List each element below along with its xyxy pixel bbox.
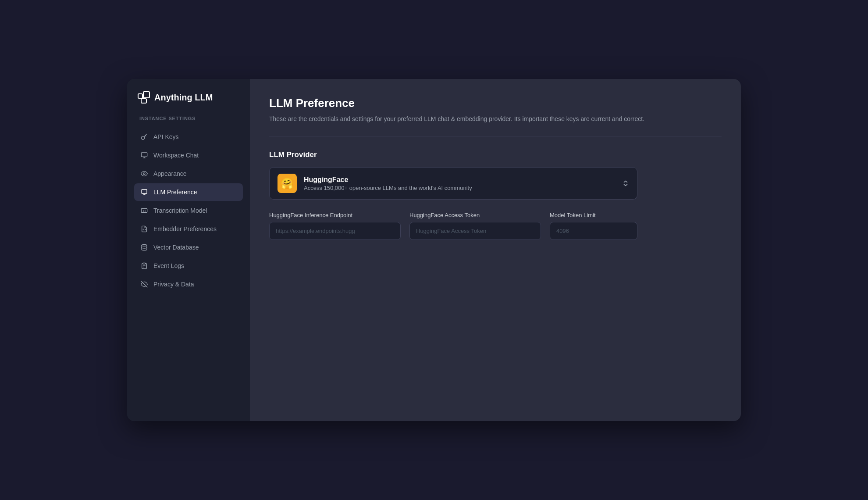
eye-icon: [140, 170, 148, 178]
field-label-endpoint: HuggingFace Inference Endpoint: [269, 212, 401, 218]
provider-name: HuggingFace: [304, 176, 472, 184]
field-label-token-limit: Model Token Limit: [550, 212, 637, 218]
app-window: Anything LLM INSTANCE SETTINGS API Keys …: [127, 79, 741, 421]
provider-info: 🤗 HuggingFace Access 150,000+ open-sourc…: [277, 174, 472, 193]
sidebar-item-embedder-preferences[interactable]: Embedder Preferences: [134, 220, 243, 238]
provider-text: HuggingFace Access 150,000+ open-source …: [304, 176, 472, 191]
app-title: Anything LLM: [154, 93, 213, 103]
sidebar: Anything LLM INSTANCE SETTINGS API Keys …: [127, 79, 250, 421]
sidebar-item-label: API Keys: [153, 133, 179, 140]
fields-row: HuggingFace Inference Endpoint HuggingFa…: [269, 212, 637, 240]
provider-section-title: LLM Provider: [269, 150, 722, 159]
sidebar-item-workspace-chat[interactable]: Workspace Chat: [134, 146, 243, 164]
section-divider: [269, 136, 722, 136]
svg-rect-6: [142, 189, 147, 193]
chevron-updown-icon: [622, 180, 629, 187]
file-code-icon: [140, 225, 148, 233]
field-label-token: HuggingFace Access Token: [409, 212, 541, 218]
provider-description: Access 150,000+ open-source LLMs and the…: [304, 185, 472, 191]
svg-point-3: [141, 136, 144, 139]
access-token-input[interactable]: [409, 222, 541, 240]
svg-rect-2: [141, 99, 146, 103]
sidebar-item-privacy-data[interactable]: Privacy & Data: [134, 275, 243, 293]
svg-rect-8: [141, 208, 147, 212]
svg-rect-1: [143, 92, 149, 98]
field-group-endpoint: HuggingFace Inference Endpoint: [269, 212, 401, 240]
svg-point-9: [142, 244, 147, 246]
clipboard-icon: [140, 262, 148, 270]
sidebar-item-appearance[interactable]: Appearance: [134, 165, 243, 182]
provider-logo: 🤗: [277, 174, 297, 193]
sidebar-item-label: Workspace Chat: [153, 152, 199, 159]
endpoint-input[interactable]: [269, 222, 401, 240]
sidebar-item-api-keys[interactable]: API Keys: [134, 128, 243, 146]
sidebar-item-event-logs[interactable]: Event Logs: [134, 257, 243, 275]
sidebar-item-label: Vector Database: [153, 244, 199, 251]
sidebar-item-vector-database[interactable]: Vector Database: [134, 239, 243, 256]
sidebar-item-llm-preference[interactable]: LLM Preference: [134, 183, 243, 201]
field-group-token: HuggingFace Access Token: [409, 212, 541, 240]
sidebar-item-label: Event Logs: [153, 262, 184, 269]
cc-icon: [140, 207, 148, 214]
svg-rect-10: [143, 263, 145, 264]
sidebar-section-label: INSTANCE SETTINGS: [134, 116, 243, 128]
svg-rect-0: [138, 94, 142, 98]
app-logo-icon: [138, 91, 150, 104]
svg-point-5: [143, 173, 145, 175]
database-icon: [140, 243, 148, 251]
provider-emoji: 🤗: [281, 177, 294, 189]
chat-icon: [140, 151, 148, 159]
sidebar-item-transcription-model[interactable]: Transcription Model: [134, 202, 243, 219]
svg-rect-4: [141, 153, 147, 157]
field-group-token-limit: Model Token Limit: [550, 212, 637, 240]
page-subtitle: These are the credentials and settings f…: [269, 114, 722, 124]
sidebar-item-label: Embedder Preferences: [153, 225, 217, 232]
provider-selector[interactable]: 🤗 HuggingFace Access 150,000+ open-sourc…: [269, 167, 637, 200]
token-limit-input[interactable]: [550, 222, 637, 240]
message-square-icon: [140, 188, 148, 196]
main-content: LLM Preference These are the credentials…: [250, 79, 741, 421]
logo-area: Anything LLM: [134, 91, 243, 116]
sidebar-item-label: Privacy & Data: [153, 281, 194, 288]
key-icon: [140, 133, 148, 141]
sidebar-item-label: LLM Preference: [153, 189, 197, 196]
sidebar-item-label: Appearance: [153, 170, 187, 177]
page-title: LLM Preference: [269, 96, 722, 110]
eye-off-icon: [140, 280, 148, 288]
sidebar-item-label: Transcription Model: [153, 207, 207, 214]
